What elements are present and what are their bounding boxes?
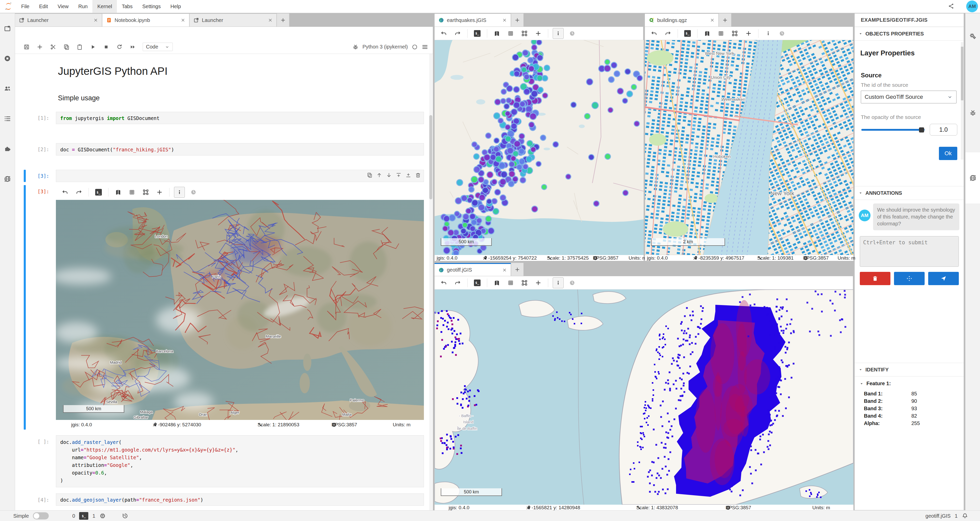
new-tab-button[interactable] [719,13,732,27]
tab-buildings[interactable]: buildings.qgz [645,14,719,27]
debugger-tab-icon[interactable] [969,109,977,117]
menu-kernel[interactable]: Kernel [92,0,117,13]
simple-mode-toggle[interactable] [33,512,49,519]
source-select[interactable]: Custom GeoTiff Source [861,91,956,104]
table-of-contents-icon[interactable] [3,115,11,123]
undo-icon[interactable] [649,28,659,38]
insert-cell-below-icon[interactable] [405,172,411,178]
menu-view[interactable]: View [53,0,73,13]
running-kernels-icon[interactable] [3,55,11,62]
identify-icon[interactable] [553,28,563,39]
redo-icon[interactable] [74,187,84,197]
property-inspector-icon[interactable] [969,32,977,40]
temporal-controller-icon[interactable] [567,28,577,38]
temporal-controller-icon[interactable] [777,28,787,38]
console-icon[interactable]: $_ [94,187,103,197]
vector-layer-icon[interactable] [141,187,151,197]
notebook-content[interactable]: JupyterGIS Python API Simple usage [1]: … [15,54,433,521]
undo-icon[interactable] [439,28,449,38]
basemap-icon[interactable] [702,28,712,38]
menu-help[interactable]: Help [165,0,186,13]
undo-icon[interactable] [60,187,70,197]
section-identify[interactable]: IDENTIFY [855,363,964,376]
console-icon[interactable]: $_ [472,28,482,38]
undo-icon[interactable] [439,278,449,288]
add-layer-icon[interactable] [154,187,165,197]
delete-cell-icon[interactable] [415,172,421,178]
close-icon[interactable] [502,18,507,23]
terminal-count[interactable]: 0 [72,513,75,519]
history-icon[interactable] [122,513,128,519]
geotiff-map[interactable]: - Baffin -IslandÎle de Baffin 500 km [434,290,853,505]
restart-kernel-icon[interactable] [116,44,123,50]
vector-layer-icon[interactable] [730,28,740,38]
raster-layer-icon[interactable] [506,278,516,288]
redo-icon[interactable] [663,28,673,38]
panel-scrollbar-thumb[interactable] [961,47,963,100]
kernel-chip-icon[interactable] [99,513,106,519]
buildings-map[interactable]: West New YorkUnion CityWeehawkenHobokenN… [645,40,853,255]
paste-cell-icon[interactable] [76,44,83,50]
debugger-icon[interactable] [352,44,359,50]
raster-layer-icon[interactable] [506,28,516,38]
jgis-panel-icon[interactable] [969,174,977,182]
vector-layer-icon[interactable] [519,278,530,288]
temporal-controller-icon[interactable] [567,278,577,288]
menu-run[interactable]: Run [73,0,93,13]
redo-icon[interactable] [452,28,463,38]
collaboration-icon[interactable] [3,85,11,92]
menu-settings[interactable]: Settings [137,0,165,13]
close-icon[interactable] [710,18,715,23]
save-icon[interactable] [23,44,30,50]
restart-run-all-icon[interactable] [129,44,136,50]
ok-button[interactable]: Ok [939,147,957,160]
redo-icon[interactable] [452,278,463,288]
earthquakes-map[interactable]: 500 km [434,40,644,255]
raster-layer-icon[interactable] [127,187,137,197]
basemap-icon[interactable] [113,187,123,197]
menu-edit[interactable]: Edit [34,0,52,13]
cut-cell-icon[interactable] [50,44,56,50]
identify-icon[interactable] [763,28,773,38]
notebook-scrollbar-thumb[interactable] [429,115,432,199]
kernel-name[interactable]: Python 3 (ipykernel) [363,44,408,50]
move-cell-down-icon[interactable] [386,172,392,178]
code-cell[interactable]: doc.add_geojson_layer(path="france_regio… [56,494,424,506]
menu-file[interactable]: File [16,0,34,13]
notifications-bell-icon[interactable] [962,513,968,519]
close-icon[interactable] [93,18,98,23]
share-icon[interactable] [948,3,955,10]
vector-layer-icon[interactable] [519,28,530,38]
tab-notebook-ipynb[interactable]: Notebook.ipynb [102,14,189,27]
add-layer-icon[interactable] [743,28,754,38]
basemap-icon[interactable] [492,28,502,38]
opacity-slider[interactable] [861,129,924,131]
identify-icon[interactable] [174,187,185,198]
cell-type-select[interactable]: Code [143,43,173,51]
france-hiking-map[interactable]: LondonParisMadridBarcelonaMarseilleSevil… [56,200,424,420]
stop-kernel-icon[interactable] [103,44,110,50]
tab-earthquakes[interactable]: earthquakes.jGIS [434,14,511,27]
file-browser-icon[interactable] [3,25,11,32]
new-tab-button[interactable] [511,13,524,27]
close-icon[interactable] [268,18,273,23]
terminal-icon[interactable]: $_ [79,512,88,520]
opacity-value[interactable]: 1.0 [930,124,957,135]
run-cell-icon[interactable] [89,44,96,50]
add-layer-icon[interactable] [533,278,543,288]
kernel-count[interactable]: 1 [92,513,95,519]
temporal-controller-icon[interactable] [188,187,199,197]
move-cell-up-icon[interactable] [376,172,382,178]
section-objects-properties[interactable]: OBJECTS PROPERTIES [855,27,964,41]
section-annotations[interactable]: ANNOTATIONS [855,186,964,200]
code-cell[interactable]: doc = GISDocument("france_hiking.jGIS") [56,143,424,155]
identify-feature[interactable]: Feature 1: [859,381,891,387]
code-cell[interactable]: from jupytergis import GISDocument [56,112,424,124]
duplicate-cell-icon[interactable] [366,172,372,178]
submit-annotation-button[interactable] [928,272,959,285]
notification-count[interactable]: 1 [955,513,958,519]
tab-launcher[interactable]: Launcher [15,14,102,27]
close-icon[interactable] [502,268,507,272]
code-cell[interactable]: doc.add_raster_layer( url="https://mt1.g… [56,435,424,487]
tab-geotiff[interactable]: geotiff.jGIS [434,263,511,276]
